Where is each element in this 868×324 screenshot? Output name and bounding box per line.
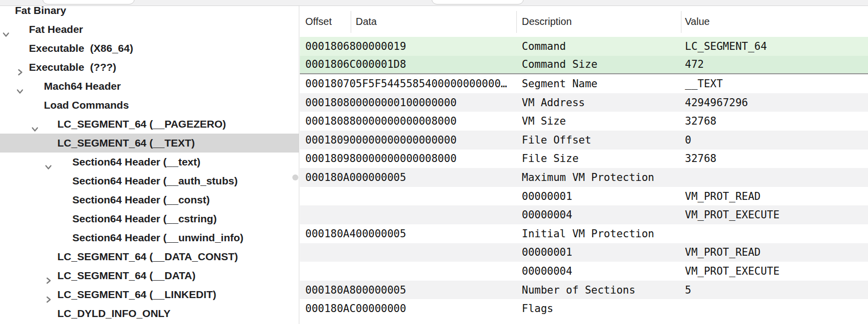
cell-value: 5 <box>685 284 691 296</box>
tree-item[interactable]: LC_SEGMENT_64 (__PAGEZERO) <box>0 115 299 134</box>
column-header-description: Description <box>522 6 572 37</box>
tree-item[interactable]: Fat Binary <box>0 6 299 20</box>
cell-offset: 000180A4 <box>305 228 356 240</box>
chevron-right-icon[interactable] <box>15 44 24 53</box>
detail-table: Offset Data Description Value 00018068 0… <box>300 6 868 324</box>
splitter-handle[interactable] <box>292 174 298 180</box>
tree-item-label: Section64 Header (__cstring) <box>72 213 217 225</box>
column-header-value: Value <box>685 6 710 37</box>
tree-item-label: Section64 Header (__text) <box>72 156 201 168</box>
table-row[interactable]: 000180A0 00000005 Maximum VM Protection <box>300 168 868 187</box>
table-row[interactable]: 00000001 VM_PROT_READ <box>300 187 868 206</box>
tree-item-label: Mach64 Header <box>44 80 121 92</box>
table-row[interactable]: 00000001 VM_PROT_READ <box>300 243 868 262</box>
cell-description: 00000004 <box>522 209 572 221</box>
table-search-field[interactable] <box>432 0 524 4</box>
tree-item-label: Load Commands <box>44 99 129 111</box>
column-header-offset: Offset <box>305 6 332 37</box>
cell-data: 00000005 <box>356 228 406 240</box>
cell-offset: 000180AC <box>305 303 356 315</box>
tree-item[interactable]: LC_SEGMENT_64 (__LINKEDIT) <box>0 285 299 304</box>
table-row[interactable]: 00000004 VM_PROT_EXECUTE <box>300 205 868 224</box>
cell-data: 00000019 <box>356 40 406 52</box>
sidebar-search-field[interactable] <box>42 0 135 4</box>
cell-value: VM_PROT_READ <box>685 246 761 258</box>
tree-item-label: LC_SEGMENT_64 (__PAGEZERO) <box>57 118 226 130</box>
column-separator <box>681 11 681 33</box>
cell-data: 0000000000000000 <box>356 134 456 146</box>
cell-data: 0000000100000000 <box>356 97 456 109</box>
tree-item-label: LC_SEGMENT_64 (__TEXT) <box>57 137 195 149</box>
cell-description: File Size <box>522 153 579 164</box>
table-header: Offset Data Description Value <box>300 6 868 37</box>
chevron-down-icon[interactable] <box>44 139 53 148</box>
table-row[interactable]: 00018088 0000000000008000 VM Size 32768 <box>300 112 868 131</box>
cell-offset: 000180A8 <box>305 284 356 296</box>
cell-description: Command <box>522 40 566 52</box>
table-row[interactable]: 000180A8 00000005 Number of Sections 5 <box>300 281 868 300</box>
column-header-data: Data <box>356 6 377 37</box>
tree-item[interactable]: Section64 Header (__cstring) <box>0 209 299 228</box>
table-row[interactable]: 00018080 0000000100000000 VM Address 429… <box>300 93 868 112</box>
cell-offset: 00018090 <box>305 134 356 146</box>
tree-item[interactable]: LC_SEGMENT_64 (__TEXT) <box>0 134 299 153</box>
cell-offset: 00018098 <box>305 153 356 164</box>
chevron-right-icon[interactable] <box>44 271 53 280</box>
cell-description: 00000001 <box>522 246 572 258</box>
cell-description: Maximum VM Protection <box>522 171 654 183</box>
column-separator <box>516 11 517 33</box>
tree-item-label: LC_DYLD_INFO_ONLY <box>57 308 171 320</box>
tree-item[interactable]: Section64 Header (__const) <box>0 190 299 209</box>
chevron-down-icon[interactable] <box>15 63 24 72</box>
tree-item[interactable]: Section64 Header (__unwind_info) <box>0 228 299 247</box>
cell-value: 472 <box>685 58 704 70</box>
cell-data: 00000005 <box>356 171 406 183</box>
chevron-right-icon[interactable] <box>44 252 53 261</box>
tree-item[interactable]: Executable (X86_64) <box>0 39 299 58</box>
cell-description: VM Size <box>522 115 566 127</box>
tree-item-label: Section64 Header (__unwind_info) <box>72 232 243 244</box>
cell-description: Number of Sections <box>522 284 636 296</box>
tree-item[interactable]: LC_SEGMENT_64 (__DATA_CONST) <box>0 247 299 266</box>
table-row[interactable]: 000180AC 00000000 Flags <box>300 299 868 318</box>
cell-data: 0000000000008000 <box>356 115 456 127</box>
chevron-down-icon[interactable] <box>1 6 10 15</box>
tree-item-label: Section64 Header (__auth_stubs) <box>72 175 237 187</box>
window-toolbar <box>0 0 868 6</box>
tree-item[interactable]: Load Commands <box>0 96 299 115</box>
table-row[interactable]: 00018098 0000000000008000 File Size 3276… <box>300 150 868 168</box>
column-separator <box>351 11 351 33</box>
tree-item[interactable]: LC_SEGMENT_64 (__DATA) <box>0 266 299 285</box>
cell-data: 000001D8 <box>356 58 406 70</box>
table-row[interactable]: 000180A4 00000005 Initial VM Protection <box>300 224 868 243</box>
table-body: 00018068 00000019 Command LC_SEGMENT_64 … <box>300 37 868 324</box>
cell-description: File Offset <box>522 134 591 146</box>
cell-value: VM_PROT_EXECUTE <box>685 209 780 221</box>
table-row[interactable]: 00018070 5F5F5445585400000000000… Segmen… <box>300 74 868 93</box>
cell-value: __TEXT <box>685 78 723 90</box>
cell-data: 00000000 <box>356 303 406 315</box>
tree-item[interactable]: Executable (???) <box>0 58 299 77</box>
tree-item[interactable]: LC_DYLD_INFO_ONLY <box>0 304 299 323</box>
cell-description: Initial VM Protection <box>522 228 654 240</box>
cell-value: VM_PROT_EXECUTE <box>685 265 780 277</box>
cell-offset: 00018080 <box>305 97 356 109</box>
tree-item-label: Fat Binary <box>15 6 66 16</box>
cell-description: Segment Name <box>522 78 598 90</box>
tree-item[interactable]: Section64 Header (__text) <box>0 153 299 171</box>
tree-item[interactable]: Fat Header <box>0 20 299 39</box>
cell-data: 00000005 <box>356 284 406 296</box>
chevron-down-icon[interactable] <box>30 101 39 110</box>
tree-item-label: Executable (X86_64) <box>29 42 133 54</box>
table-row[interactable]: 00018068 00000019 Command LC_SEGMENT_64 <box>300 37 868 56</box>
table-row[interactable]: 00018090 0000000000000000 File Offset 0 <box>300 131 868 150</box>
tree-item-label: Fat Header <box>29 23 83 35</box>
cell-value: 32768 <box>685 115 716 127</box>
tree-item[interactable]: Section64 Header (__auth_stubs) <box>0 171 299 190</box>
cell-value: 32768 <box>685 153 716 164</box>
table-row[interactable]: 00000004 VM_PROT_EXECUTE <box>300 262 868 281</box>
cell-description: Command Size <box>522 58 598 70</box>
cell-value: VM_PROT_READ <box>685 190 761 202</box>
table-row[interactable]: 0001806C 000001D8 Command Size 472 <box>300 56 868 75</box>
tree-item[interactable]: Mach64 Header <box>0 77 299 96</box>
